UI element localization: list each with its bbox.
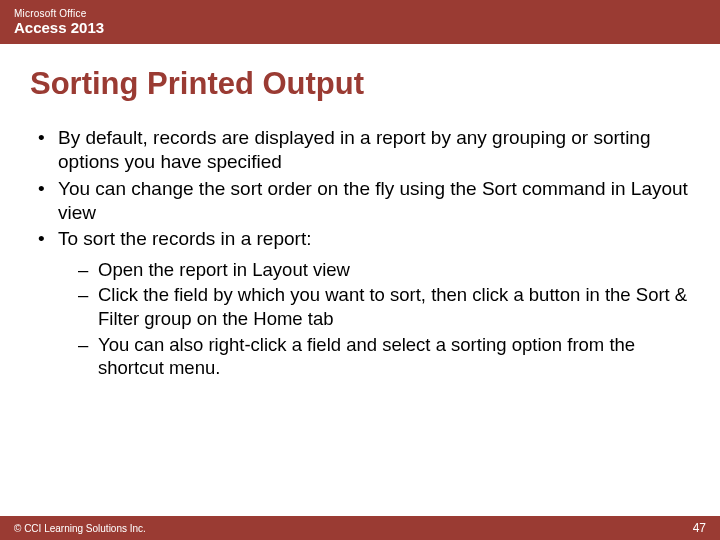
header-title: Access 2013 — [14, 19, 706, 36]
footer-bar: © CCI Learning Solutions Inc. 47 — [0, 516, 720, 540]
page-number: 47 — [693, 521, 706, 535]
sub-bullet-list: Open the report in Layout view Click the… — [74, 258, 688, 380]
bullet-text: To sort the records in a report: — [58, 228, 311, 249]
header-superscript: Microsoft Office — [14, 8, 706, 19]
header-bar: Microsoft Office Access 2013 — [0, 0, 720, 44]
bullet-item: By default, records are displayed in a r… — [32, 126, 688, 175]
sub-bullet-item: Open the report in Layout view — [74, 258, 688, 282]
slide-content: By default, records are displayed in a r… — [32, 126, 688, 380]
slide-title: Sorting Printed Output — [30, 66, 720, 102]
footer-copyright: © CCI Learning Solutions Inc. — [14, 523, 146, 534]
bullet-item: You can change the sort order on the fly… — [32, 177, 688, 226]
sub-bullet-item: You can also right-click a field and sel… — [74, 333, 688, 380]
bullet-item: To sort the records in a report: Open th… — [32, 227, 688, 380]
sub-bullet-item: Click the field by which you want to sor… — [74, 283, 688, 330]
bullet-list: By default, records are displayed in a r… — [32, 126, 688, 380]
